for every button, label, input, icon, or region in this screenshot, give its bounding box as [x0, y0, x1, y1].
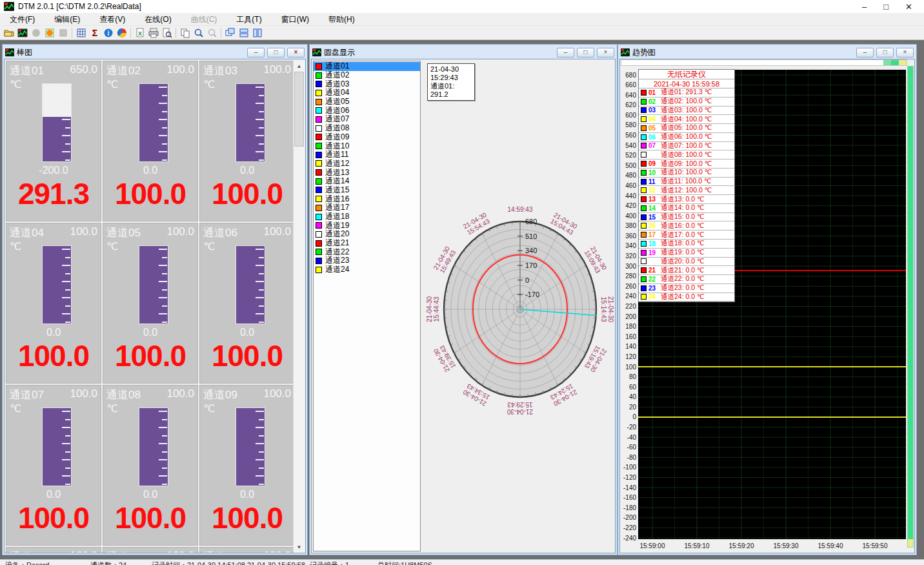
- disc-minimize-button[interactable]: –: [557, 48, 574, 57]
- legend-channel-number: 07: [648, 142, 659, 149]
- toolbar: ΣiX: [0, 26, 924, 40]
- legend-row: 05通道05: 100.0 ℃: [639, 124, 734, 133]
- legend-row: 01通道01: 291.3 ℃: [639, 88, 734, 98]
- channel-color-swatch: [316, 187, 322, 193]
- polar-chart: -170017034051068014:59:4321-04-3015:04:4…: [422, 61, 615, 553]
- scroll-down-icon[interactable]: ▼: [294, 542, 305, 553]
- svg-text:680: 680: [625, 72, 636, 79]
- svg-text:680: 680: [525, 218, 537, 225]
- stop-disabled-icon[interactable]: [56, 26, 70, 39]
- print-preview-icon[interactable]: [160, 26, 174, 39]
- maximize-button[interactable]: □: [883, 2, 889, 12]
- menu-工具(T)[interactable]: 工具(T): [226, 13, 271, 26]
- gauge-tick: [162, 289, 167, 291]
- gauge-tick: [159, 119, 167, 120]
- disc-list-item-通道24[interactable]: 通道24: [314, 265, 420, 274]
- copy-icon[interactable]: [178, 26, 192, 39]
- realtime-display-icon[interactable]: [15, 26, 29, 39]
- gauge-max-value: 100.0: [70, 387, 97, 402]
- gauge-max-value: 100.0: [166, 387, 194, 402]
- main-titlebar[interactable]: DTM 2.0.1 [C:\DTM 2.0.2\RealData] – □ ✕: [0, 0, 924, 13]
- scroll-thumb[interactable]: [294, 72, 304, 147]
- gauge-tick: [159, 249, 167, 250]
- print-icon[interactable]: [146, 26, 160, 39]
- bar-minimize-button[interactable]: –: [247, 48, 265, 57]
- info-icon[interactable]: i: [101, 26, 115, 39]
- trend-minimize-button[interactable]: –: [856, 48, 874, 57]
- statistics-sigma-icon[interactable]: Σ: [88, 26, 101, 39]
- disc-close-button[interactable]: ×: [597, 48, 614, 57]
- tile-vertical-icon[interactable]: [250, 26, 264, 39]
- gauge-tick: [62, 443, 70, 444]
- status-field: 记录时间：21-04-30 14:51:08 21-04-30 15:59:58: [152, 560, 305, 565]
- gauge-bar: [236, 83, 265, 162]
- gauge-tick: [259, 273, 264, 274]
- trend-close-button[interactable]: ×: [896, 48, 914, 57]
- disc-plot-area: -170017034051068014:59:4321-04-3015:04:4…: [422, 61, 614, 551]
- status-field: 记录编号：1: [310, 560, 349, 565]
- disc-window-title: 圆盘显示: [324, 47, 554, 58]
- gauge-tick: [256, 249, 264, 250]
- svg-text:-170: -170: [525, 291, 539, 298]
- record-disabled-icon[interactable]: [29, 26, 43, 39]
- legend-channel-value: 通道23: 0.0 ℃: [661, 283, 705, 293]
- gauge-channel-name: 通道03: [203, 63, 237, 78]
- trend-window-icon: [621, 48, 630, 57]
- trend-legend: 无纸记录仪 2021-04-30 15:59:58 01通道01: 291.3 …: [638, 69, 735, 302]
- menu-窗口(W)[interactable]: 窗口(W): [272, 13, 319, 26]
- data-table-icon[interactable]: [74, 26, 88, 39]
- minimize-button[interactable]: –: [862, 2, 867, 12]
- close-button[interactable]: ✕: [905, 2, 912, 12]
- bar-vertical-scrollbar[interactable]: ▲ ▼: [293, 61, 304, 553]
- cascade-windows-icon[interactable]: [223, 26, 237, 39]
- gauge-tick: [259, 419, 264, 420]
- scroll-up-icon[interactable]: ▲: [294, 61, 305, 72]
- gauge-tick: [62, 411, 70, 412]
- gauge-tick: [159, 103, 167, 104]
- svg-text:-240: -240: [623, 535, 636, 542]
- legend-channel-value: 通道08: 100.0 ℃: [661, 150, 712, 159]
- menu-文件(F)[interactable]: 文件(F): [0, 13, 45, 26]
- legend-channel-value: 通道09: 100.0 ℃: [661, 159, 712, 169]
- svg-text:15:59:30: 15:59:30: [774, 542, 799, 550]
- disc-window-titlebar[interactable]: 圆盘显示 – □ ×: [311, 46, 616, 59]
- pie-chart-icon[interactable]: [115, 26, 128, 39]
- gauge-tick: [259, 289, 264, 291]
- legend-row: 23通道23: 0.0 ℃: [639, 284, 734, 293]
- zoom-icon[interactable]: [192, 26, 205, 39]
- legend-row: 09通道09: 100.0 ℃: [639, 159, 734, 169]
- bar-window-titlebar[interactable]: 棒图 – □ ×: [4, 46, 306, 59]
- export-icon[interactable]: X: [133, 26, 146, 39]
- channel-color-swatch: [316, 160, 322, 167]
- menu-查看(V)[interactable]: 查看(V): [90, 13, 135, 26]
- gauge-channel-name: 通道01: [10, 63, 44, 78]
- open-file-icon[interactable]: [2, 26, 15, 39]
- gauge-tick: [65, 435, 70, 437]
- legend-color-swatch: [641, 267, 647, 273]
- bar-gauge-cell-通道08: 通道08100.0℃0.0100.0: [103, 385, 198, 546]
- gauge-tick: [162, 305, 167, 307]
- legend-channel-value: 通道03: 100.0 ℃: [661, 106, 712, 115]
- channel-color-swatch: [316, 240, 322, 247]
- legend-channel-value: 通道17: 0.0 ℃: [661, 231, 705, 240]
- menu-编辑(E)[interactable]: 编辑(E): [45, 13, 90, 26]
- trend-window-titlebar[interactable]: 趋势图 – □ ×: [619, 46, 915, 59]
- gauge-tick: [62, 297, 70, 298]
- menu-帮助(H)[interactable]: 帮助(H): [319, 13, 365, 26]
- bar-gauge-grid: 通道01650.0℃-200.0291.3通道02100.0℃0.0100.0通…: [6, 61, 296, 553]
- menu-在线(O)[interactable]: 在线(O): [135, 13, 181, 26]
- legend-color-swatch: [641, 241, 647, 247]
- tile-horizontal-icon[interactable]: [237, 26, 250, 39]
- zoom-disabled-icon[interactable]: [205, 26, 219, 39]
- bar-close-button[interactable]: ×: [287, 48, 305, 57]
- disc-maximize-button[interactable]: □: [577, 48, 594, 57]
- gauge-header: 通道03100.0: [203, 63, 291, 78]
- gauge-tick: [65, 467, 70, 469]
- record-active-icon[interactable]: [43, 26, 56, 39]
- legend-channel-number: 23: [648, 285, 659, 292]
- gauge-tick: [256, 281, 264, 282]
- legend-row: 11通道11: 100.0 ℃: [639, 178, 734, 187]
- bar-maximize-button[interactable]: □: [267, 48, 285, 57]
- svg-text:580: 580: [625, 121, 636, 128]
- trend-maximize-button[interactable]: □: [876, 48, 894, 57]
